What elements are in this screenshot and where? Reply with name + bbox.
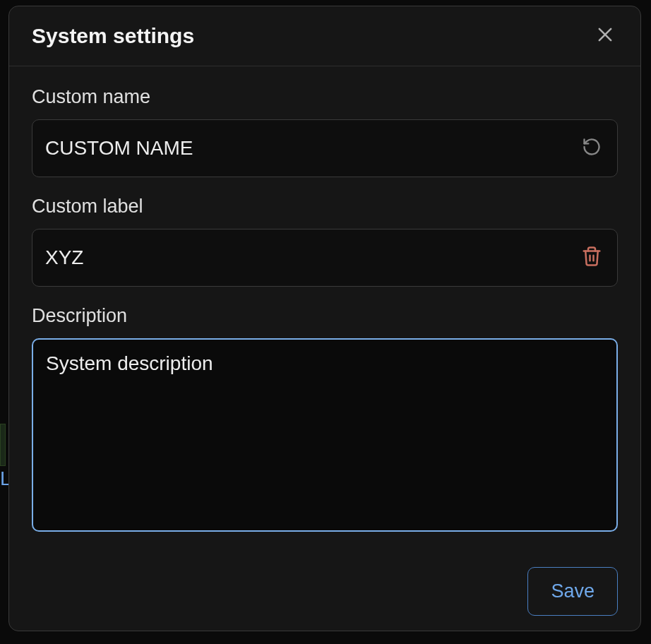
- description-field-group: Description: [32, 305, 618, 532]
- description-textarea-wrapper: [32, 338, 618, 532]
- system-settings-modal: System settings Custom name: [8, 6, 641, 631]
- backdrop-element: [0, 424, 6, 466]
- modal-header: System settings: [9, 6, 640, 66]
- custom-name-input[interactable]: [45, 137, 579, 160]
- close-button[interactable]: [592, 23, 618, 49]
- custom-name-field-group: Custom name: [32, 86, 618, 177]
- modal-title: System settings: [32, 24, 194, 48]
- save-button[interactable]: Save: [527, 567, 618, 616]
- description-textarea[interactable]: [46, 350, 604, 520]
- custom-label-label: Custom label: [32, 196, 618, 217]
- custom-label-input-wrapper: [32, 229, 618, 287]
- trash-icon: [581, 246, 602, 270]
- modal-footer: Save: [9, 567, 640, 633]
- delete-label-button[interactable]: [579, 245, 604, 270]
- description-label: Description: [32, 305, 618, 327]
- reset-name-button[interactable]: [579, 136, 604, 161]
- close-icon: [595, 25, 615, 47]
- custom-name-label: Custom name: [32, 86, 618, 108]
- modal-body: Custom name Custom label: [9, 66, 640, 567]
- reset-icon: [582, 137, 602, 160]
- custom-label-input[interactable]: [45, 246, 579, 269]
- custom-name-input-wrapper: [32, 119, 618, 177]
- custom-label-field-group: Custom label: [32, 196, 618, 287]
